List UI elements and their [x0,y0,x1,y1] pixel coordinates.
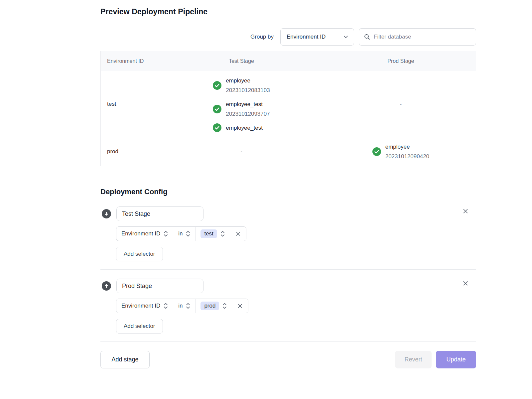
label-selector: Environment ID in prod [116,299,248,313]
stage-divider [100,269,476,270]
selector-operator-value: in [178,230,183,237]
database-version: 20231012093707 [226,109,270,119]
selector-operator-value: in [178,303,183,309]
remove-selector-button[interactable] [232,299,248,313]
chevron-up-down-icon [186,230,190,237]
database-name: employee [385,142,429,152]
selector-value-select[interactable]: test [196,227,230,241]
prod-stage-empty: - [326,101,476,107]
selector-key-select[interactable]: Environment ID [116,299,173,313]
stage-config-prod: Environment ID in prod [100,279,476,333]
add-selector-button[interactable]: Add selector [116,247,163,261]
database-name: employee [226,76,270,85]
database-entry: employee 20231012090420 [372,142,429,161]
pipeline-table: Environment ID Test Stage Prod Stage tes… [100,51,476,166]
selector-key-select[interactable]: Environment ID [116,227,173,241]
arrow-down-circle-icon [102,209,111,218]
arrow-up-circle-icon [102,281,111,291]
page-title: Preview Deployment Pipeline [100,7,476,16]
prod-stage-databases: employee 20231012090420 [372,142,429,161]
filter-database-input[interactable] [374,34,471,40]
success-check-icon [213,105,221,113]
remove-selector-button[interactable] [230,227,246,241]
deployment-config-heading: Deployment Config [100,188,476,196]
database-entry: employee 20231012083103 [213,76,270,95]
column-test-stage: Test Stage [157,58,326,64]
revert-button[interactable]: Revert [395,351,432,368]
main-content: Preview Deployment Pipeline Group by Env… [100,0,476,381]
success-check-icon [372,147,381,156]
chevron-up-down-icon [220,230,225,237]
chevron-up-down-icon [186,302,190,310]
selector-key-value: Environment ID [121,303,160,309]
group-by-label: Group by [250,34,274,40]
database-name: employee_test [226,123,263,133]
selector-value-tag: test [200,229,217,238]
pipeline-table-header: Environment ID Test Stage Prod Stage [101,51,476,71]
success-check-icon [213,123,221,132]
database-entry: employee_test 20231012093707 [213,99,270,119]
chevron-up-down-icon [164,230,168,237]
add-selector-button[interactable]: Add selector [116,319,163,333]
environment-name: prod [101,148,157,155]
stage-divider [100,341,476,342]
table-row-prod: prod - employee 20231012090420 [101,137,476,166]
filter-database-field[interactable] [359,28,476,46]
update-button[interactable]: Update [436,351,476,368]
search-icon [364,34,370,40]
chevron-up-down-icon [164,302,168,310]
stage-name-input[interactable] [116,206,203,221]
stage-name-input[interactable] [116,279,203,293]
selector-value-select[interactable]: prod [196,299,232,313]
footer-actions: Add stage Revert Update [100,351,476,368]
selector-key-value: Environment ID [121,230,160,237]
selector-operator-select[interactable]: in [173,227,196,241]
environment-name: test [101,101,157,107]
column-environment-id: Environment ID [101,58,157,64]
database-version: 20231012090420 [385,152,429,161]
remove-stage-button[interactable] [461,279,470,288]
group-by-select[interactable]: Environment ID [280,28,354,46]
label-selector: Environment ID in test [116,226,246,241]
bottom-divider [100,381,476,381]
selector-operator-select[interactable]: in [173,299,196,313]
database-name: employee_test [226,99,270,109]
database-version: 20231012083103 [226,85,270,95]
database-entry: employee_test [213,123,263,133]
success-check-icon [213,81,221,90]
chevron-down-icon [343,34,348,40]
test-stage-databases: employee 20231012083103 employee_test 20… [213,76,270,133]
test-stage-empty: - [157,148,326,155]
remove-stage-button[interactable] [461,206,470,216]
selector-value-tag: prod [200,302,219,310]
chevron-up-down-icon [222,302,227,310]
column-prod-stage: Prod Stage [326,58,476,64]
group-by-value: Environment ID [287,34,326,40]
stage-config-test: Environment ID in test [100,206,476,261]
toolbar: Group by Environment ID [100,28,476,46]
table-row-test: test employee 20231012083103 [101,71,476,137]
add-stage-button[interactable]: Add stage [100,351,150,368]
